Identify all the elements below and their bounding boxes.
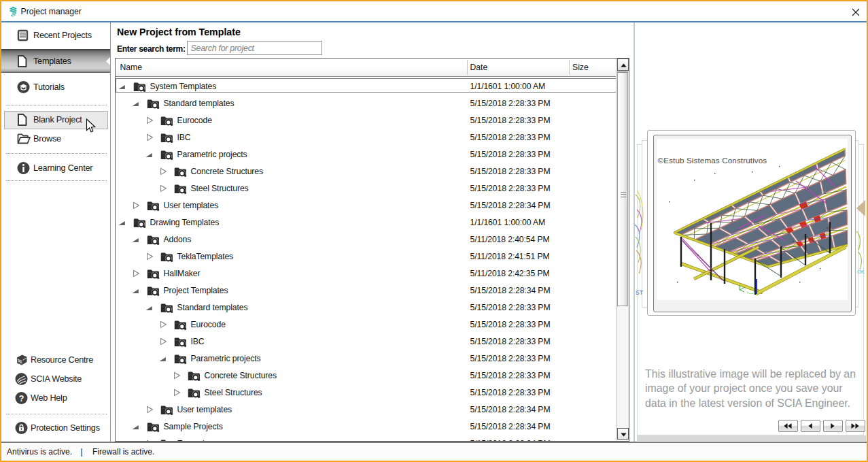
svg-text:?: ? bbox=[19, 394, 24, 403]
svg-text:OK: OK bbox=[857, 269, 865, 275]
svg-text:ST: ST bbox=[636, 289, 643, 296]
